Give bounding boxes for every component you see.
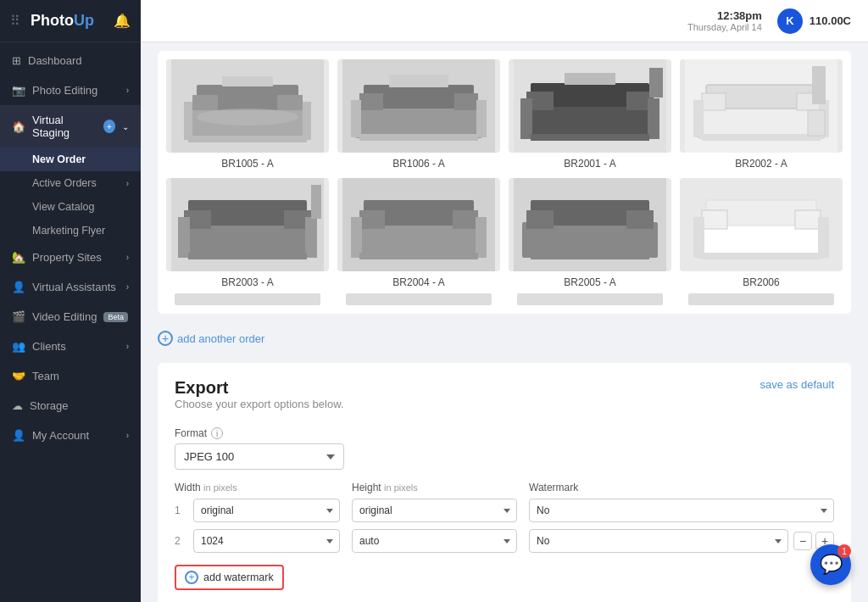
- image-card-br2002a[interactable]: BR2002 - A: [680, 59, 843, 170]
- watermark-select-2[interactable]: No Yes: [529, 529, 788, 553]
- chevron-right-icon: ›: [126, 342, 129, 351]
- team-icon: 🤝: [12, 370, 25, 382]
- height-select-1[interactable]: original auto 1024: [352, 499, 517, 522]
- sidebar-item-virtual-assistants[interactable]: 👤 Virtual Assistants ›: [0, 272, 141, 302]
- watermark-col-header: Watermark: [529, 482, 834, 493]
- menu-dots-icon[interactable]: ⠿: [10, 13, 20, 29]
- watermark-select-1[interactable]: No Yes: [529, 499, 834, 522]
- image-thumb: [680, 178, 843, 271]
- svg-rect-68: [818, 217, 829, 258]
- svg-rect-45: [305, 217, 317, 258]
- svg-rect-52: [453, 210, 478, 229]
- add-watermark-button[interactable]: + add watermark: [175, 565, 284, 590]
- marketing-flyer-label: Marketing Flyer: [32, 225, 105, 237]
- sidebar-item-label: Virtual Staging: [32, 114, 97, 139]
- sidebar-nav: ⊞ Dashboard 📷 Photo Editing › 🏠 Virtual …: [0, 42, 141, 602]
- row-number: 2: [175, 535, 186, 547]
- svg-rect-60: [626, 210, 654, 229]
- svg-rect-13: [359, 93, 383, 110]
- beta-badge: Beta: [103, 312, 128, 322]
- image-card-br2001a[interactable]: BR2001 - A: [509, 59, 671, 170]
- sidebar-item-label: My Account: [32, 429, 89, 442]
- sidebar-item-label: Storage: [30, 399, 69, 412]
- minus-button[interactable]: −: [793, 532, 812, 550]
- chevron-right-icon: ›: [126, 431, 129, 440]
- image-label: BR2001 - A: [564, 158, 615, 170]
- height-select-2[interactable]: auto original 1024: [352, 529, 517, 553]
- sidebar-subitem-view-catalog[interactable]: View Catalog: [0, 195, 141, 219]
- image-card-br2005a[interactable]: BR2005 - A: [509, 178, 671, 305]
- width-select-2[interactable]: 1024 original 2048: [193, 529, 340, 553]
- image-label: BR1005 - A: [221, 158, 273, 170]
- sidebar-subitem-new-order[interactable]: New Order: [0, 148, 141, 171]
- image-progress-bar: [688, 293, 835, 305]
- chevron-down-icon: ⌄: [122, 122, 129, 131]
- format-select[interactable]: JPEG 100 JPEG 90 JPEG 80 PNG: [175, 443, 344, 470]
- format-group: Format i JPEG 100 JPEG 90 JPEG 80 PNG: [175, 427, 834, 470]
- image-label: BR2006: [743, 276, 779, 288]
- svg-rect-59: [526, 210, 554, 229]
- image-card-br2006[interactable]: BR2006: [680, 178, 843, 305]
- width-col-header: Width in pixels: [175, 482, 340, 493]
- image-card-br2003a[interactable]: BR2003 - A: [166, 178, 329, 305]
- svg-rect-14: [454, 93, 478, 110]
- sidebar-item-property-sites[interactable]: 🏡 Property Sites ›: [0, 242, 141, 272]
- sidebar-subitem-marketing-flyer[interactable]: Marketing Flyer: [0, 219, 141, 242]
- width-select-1[interactable]: original 1024 2048: [193, 499, 340, 522]
- image-label: BR1006 - A: [392, 158, 444, 170]
- image-card-br1005a[interactable]: BR1005 - A: [166, 59, 329, 170]
- chevron-right-icon: ›: [126, 253, 129, 262]
- credits-display: 110.00C: [810, 14, 851, 27]
- account-icon: 👤: [12, 429, 25, 442]
- svg-rect-69: [702, 253, 821, 259]
- format-label: Format i: [175, 427, 834, 439]
- add-order-row: + add another order: [158, 327, 851, 346]
- cloud-icon: ☁: [12, 399, 23, 412]
- export-row-2-width: 2 1024 original 2048: [175, 529, 340, 553]
- image-progress-bar: [517, 293, 664, 305]
- svg-rect-4: [277, 95, 303, 110]
- sidebar-item-storage[interactable]: ☁ Storage: [0, 391, 141, 421]
- main-content: 12:38pm Thursday, April 14 K 110.00C: [141, 0, 868, 602]
- svg-rect-34: [693, 100, 704, 137]
- camera-icon: 📷: [12, 84, 25, 97]
- chat-bubble-button[interactable]: 💬 1: [810, 544, 851, 585]
- row-number: 1: [175, 504, 186, 516]
- image-card-br1006a[interactable]: BR1006 - A: [337, 59, 500, 170]
- add-watermark-label: add watermark: [203, 571, 274, 583]
- sidebar-item-clients[interactable]: 👥 Clients ›: [0, 332, 141, 361]
- width-column: Width in pixels 1 original 1024 2048 2: [175, 482, 340, 560]
- export-row-2-height: auto original 1024: [352, 529, 517, 553]
- sidebar-item-my-team[interactable]: 🤝 Team: [0, 361, 141, 391]
- svg-rect-47: [188, 253, 307, 259]
- svg-rect-7: [222, 76, 273, 86]
- bell-icon[interactable]: 🔔: [114, 13, 131, 29]
- sidebar-item-my-account[interactable]: 👤 My Account ›: [0, 421, 141, 450]
- svg-rect-46: [311, 185, 321, 219]
- user-avatar[interactable]: K: [777, 8, 803, 34]
- image-label: BR2002 - A: [735, 158, 787, 170]
- sidebar-item-virtual-staging[interactable]: 🏠 Virtual Staging + ⌄: [0, 105, 141, 148]
- grid-icon: ⊞: [12, 54, 21, 67]
- add-another-order-button[interactable]: + add another order: [158, 331, 264, 346]
- topbar: 12:38pm Thursday, April 14 K 110.00C: [141, 0, 868, 42]
- sidebar-subitem-active-orders[interactable]: Active Orders ›: [0, 171, 141, 195]
- chat-icon: 💬: [820, 554, 843, 576]
- sidebar-item-video-editing[interactable]: 🎬 Video Editing Beta: [0, 302, 141, 332]
- add-order-label: add another order: [177, 332, 264, 345]
- image-card-br2004a[interactable]: BR2004 - A: [337, 178, 500, 305]
- save-as-default-button[interactable]: save as default: [760, 378, 834, 391]
- new-badge: +: [103, 120, 115, 133]
- image-thumb: [337, 178, 500, 271]
- image-grid: BR1005 - A: [166, 59, 843, 305]
- content-area: BR1005 - A: [141, 42, 868, 602]
- current-time: 12:38pm: [687, 9, 762, 22]
- svg-rect-15: [351, 100, 361, 137]
- svg-rect-38: [808, 110, 825, 136]
- export-subtitle: Choose your export options below.: [175, 398, 343, 410]
- sidebar-item-dashboard[interactable]: ⊞ Dashboard: [0, 46, 141, 75]
- svg-rect-32: [702, 93, 726, 110]
- image-thumb: [166, 178, 329, 271]
- sidebar-item-photo-editing[interactable]: 📷 Photo Editing ›: [0, 75, 141, 105]
- sidebar-item-label: Team: [32, 370, 59, 382]
